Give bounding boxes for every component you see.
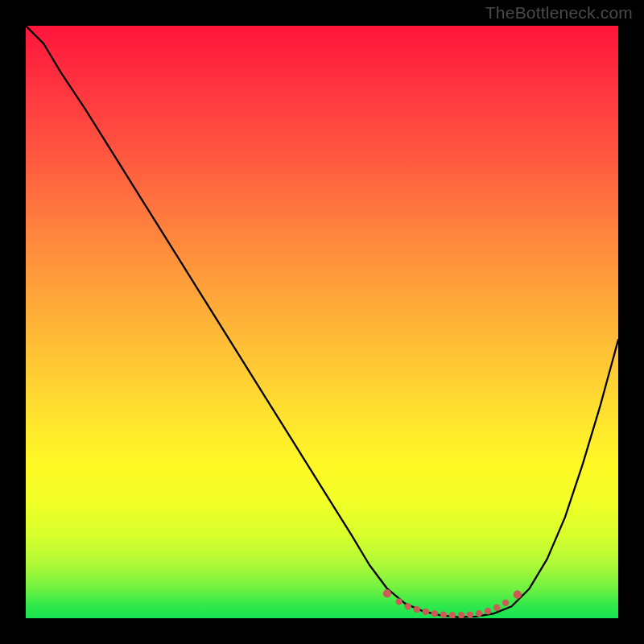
range-dot	[514, 590, 522, 598]
dots-layer	[26, 26, 618, 618]
range-dot	[414, 606, 420, 613]
range-dot	[502, 600, 509, 606]
range-dot	[476, 610, 482, 617]
plot-area	[26, 26, 618, 618]
chart-frame: TheBottleneck.com	[0, 0, 644, 644]
watermark-text: TheBottleneck.com	[485, 3, 633, 23]
range-dot	[449, 612, 456, 618]
range-dot	[458, 612, 464, 618]
range-dot	[440, 611, 447, 617]
range-dot	[395, 598, 402, 605]
range-dot	[405, 603, 411, 609]
range-dot	[493, 605, 500, 611]
range-dot	[431, 610, 438, 617]
range-dot	[383, 589, 391, 597]
range-dot	[485, 608, 491, 614]
range-dot	[467, 611, 473, 617]
range-dot	[423, 609, 429, 615]
highlighted-range-dots	[383, 589, 522, 618]
